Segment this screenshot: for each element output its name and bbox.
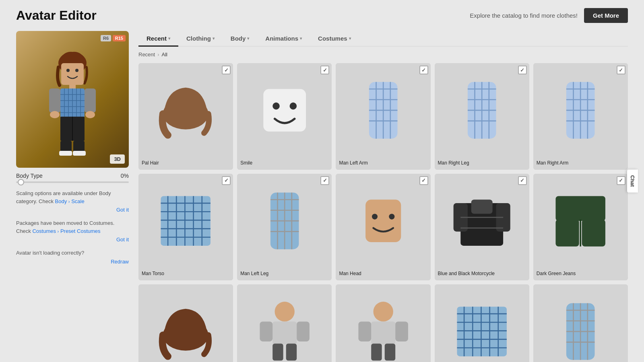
costumes-preset-link[interactable]: Costumes › Preset Costumes <box>32 228 100 234</box>
svg-point-28 <box>289 103 297 110</box>
item-thumbnail <box>533 284 628 362</box>
body-type-value: 0% <box>121 173 129 179</box>
badge-3d: 3D <box>110 154 125 164</box>
svg-rect-91 <box>286 343 296 360</box>
tab-recent[interactable]: Recent ▾ <box>138 31 178 46</box>
item-label: Man Head <box>336 268 430 280</box>
svg-rect-97 <box>385 343 395 360</box>
svg-rect-83 <box>582 220 605 247</box>
item-card[interactable]: ✓Man Left Arm <box>336 63 430 170</box>
packages-got-it-button[interactable]: Got it <box>16 237 129 243</box>
right-panel: Recent ▾ Clothing ▾ Body ▾ Animations ▾ … <box>138 31 628 362</box>
item-card[interactable]: ROBLOX Boy Left Leg <box>533 284 628 362</box>
svg-rect-4 <box>69 84 76 89</box>
item-thumbnail: ✓ <box>435 174 529 268</box>
tab-animations-chevron: ▾ <box>300 36 302 41</box>
item-card[interactable]: ✓Smile <box>237 63 332 170</box>
badge-r6: R6 <box>101 35 111 41</box>
item-label: Man Right Arm <box>533 158 628 170</box>
item-check-icon: ✓ <box>419 176 428 185</box>
item-check-icon: ✓ <box>617 176 625 185</box>
header-right: Explore the catalog to find more clothes… <box>470 8 628 23</box>
badge-r15: R15 <box>113 35 126 41</box>
redraw-button[interactable]: Redraw <box>16 259 129 265</box>
tab-clothing-chevron: ▾ <box>213 36 215 41</box>
main-layout: R6 R15 <box>16 31 628 362</box>
svg-rect-94 <box>358 322 371 341</box>
svg-point-17 <box>50 111 60 118</box>
get-more-button[interactable]: Get More <box>584 8 628 23</box>
slider-thumb[interactable] <box>18 179 24 185</box>
left-panel: R6 R15 <box>16 31 129 362</box>
item-check-icon: ✓ <box>222 66 231 74</box>
item-thumbnail: ✓ <box>336 174 430 268</box>
item-card[interactable]: ✓Man Torso <box>138 174 233 280</box>
item-card[interactable]: ✓Man Head <box>336 174 430 280</box>
item-label: Dark Green Jeans <box>533 268 628 280</box>
tab-animations-label: Animations <box>265 35 298 42</box>
breadcrumb-sep: › <box>157 51 159 58</box>
svg-point-3 <box>75 69 78 72</box>
svg-rect-95 <box>395 322 408 341</box>
item-check-icon: ✓ <box>320 66 329 74</box>
scaling-info-block: Scaling options are available under Body… <box>16 189 129 213</box>
svg-rect-89 <box>297 322 310 341</box>
item-card[interactable]: Brown Charmer Hair <box>138 284 233 362</box>
page-title: Avatar Editor <box>16 8 97 23</box>
svg-rect-78 <box>471 200 493 214</box>
chat-tab[interactable]: Chat <box>627 170 638 193</box>
item-thumbnail: ✓ <box>138 174 233 268</box>
avatar-preview: R6 R15 <box>16 31 129 168</box>
item-thumbnail <box>138 284 233 362</box>
promo-text: Explore the catalog to find more clothes… <box>470 12 578 19</box>
svg-point-73 <box>372 214 378 220</box>
svg-rect-15 <box>49 88 60 113</box>
item-card[interactable]: ✓Man Right Arm <box>533 63 628 170</box>
item-card[interactable]: ✓Man Right Leg <box>435 63 529 170</box>
item-card[interactable]: ✓Blue and Black Motorcycle <box>435 174 529 280</box>
item-card[interactable]: ✓Man Left Leg <box>237 174 332 280</box>
item-thumbnail: ✓ <box>138 63 233 158</box>
item-thumbnail <box>435 284 529 362</box>
body-type-slider[interactable] <box>16 181 129 183</box>
item-card[interactable]: ROBLOX Boy <box>336 284 430 362</box>
item-label: Man Left Leg <box>237 268 332 280</box>
item-check-icon: ✓ <box>320 176 329 185</box>
tab-body[interactable]: Body ▾ <box>223 31 258 46</box>
svg-point-86 <box>275 302 294 321</box>
body-type-label: Body Type <box>16 173 43 179</box>
svg-point-18 <box>85 111 95 118</box>
item-check-icon: ✓ <box>222 176 231 185</box>
item-card[interactable]: ✓Pal Hair <box>138 63 233 170</box>
item-card[interactable]: Man <box>237 284 332 362</box>
svg-rect-23 <box>59 151 72 156</box>
svg-rect-82 <box>556 220 579 247</box>
breadcrumb-first: Recent <box>138 51 155 58</box>
tab-recent-chevron: ▾ <box>168 36 170 41</box>
tab-clothing[interactable]: Clothing ▾ <box>178 31 223 46</box>
item-check-icon: ✓ <box>617 66 625 74</box>
item-label: Smile <box>237 158 332 170</box>
svg-rect-96 <box>371 343 382 360</box>
tab-costumes[interactable]: Costumes ▾ <box>310 31 359 46</box>
scaling-got-it-button[interactable]: Got it <box>16 207 129 213</box>
tab-costumes-chevron: ▾ <box>349 36 351 41</box>
svg-rect-16 <box>85 88 96 113</box>
item-thumbnail: ✓ <box>533 63 628 158</box>
svg-rect-72 <box>365 200 401 242</box>
redraw-info-text: Avatar isn't loading correctly? <box>16 250 84 256</box>
breadcrumb: Recent › All <box>138 51 628 58</box>
tab-body-label: Body <box>231 35 246 42</box>
svg-point-92 <box>373 302 393 321</box>
svg-rect-90 <box>272 343 283 360</box>
item-check-icon: ✓ <box>518 176 527 185</box>
svg-rect-87 <box>272 322 297 344</box>
tab-animations[interactable]: Animations ▾ <box>257 31 310 46</box>
svg-rect-88 <box>260 322 272 341</box>
item-card[interactable]: ✓Dark Green Jeans <box>533 174 628 280</box>
tabs-bar: Recent ▾ Clothing ▾ Body ▾ Animations ▾ … <box>138 31 628 47</box>
item-card[interactable]: ROBLOX Boy Torso <box>435 284 529 362</box>
item-thumbnail: ✓ <box>533 174 628 268</box>
svg-rect-81 <box>556 196 605 221</box>
body-scale-link[interactable]: Body › Scale <box>55 198 85 204</box>
